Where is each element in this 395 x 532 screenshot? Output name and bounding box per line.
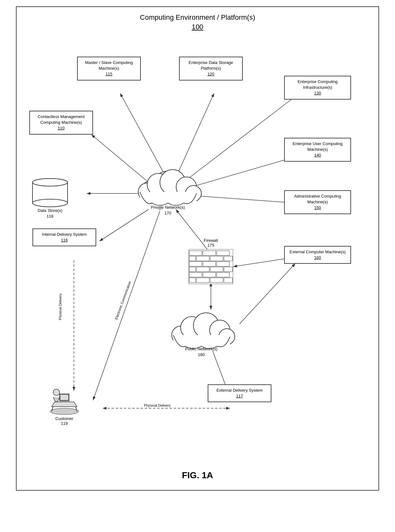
external-computer-box: External Computer Machine(s) 160 xyxy=(284,246,351,264)
internal-delivery-number: 116 xyxy=(36,237,92,243)
enterprise-storage-label: Enterprise Data StoragePlatform(s) xyxy=(189,60,233,71)
public-network-number: 180 xyxy=(198,352,205,357)
private-network-label: Private Network(s) xyxy=(151,205,185,210)
svg-point-22 xyxy=(32,199,68,207)
private-network-cloud: Private Network(s) 170 xyxy=(133,162,203,216)
svg-line-18 xyxy=(93,211,160,400)
enterprise-user-box: Enterprise User ComputingMachine(s) 140 xyxy=(284,138,351,162)
firewall-number: 175 xyxy=(207,243,214,248)
enterprise-computing-number: 130 xyxy=(288,90,347,96)
data-store: Data Store(s) 118 xyxy=(29,178,71,220)
customer: Customer 119 xyxy=(42,384,87,426)
external-computer-label: External Computer Machine(s) xyxy=(290,249,346,254)
svg-point-64 xyxy=(50,408,79,415)
electronic-communication-label: Electronic Communication xyxy=(114,281,132,320)
external-delivery-number: 117 xyxy=(212,393,268,399)
administrative-box: Administrative ComputingMachine(s) 150 xyxy=(284,190,351,214)
master-slave-label: Master / Slave ComputingMachine(s) xyxy=(85,60,133,71)
administrative-label: Administrative ComputingMachine(s) xyxy=(294,194,341,204)
contactless-number: 110 xyxy=(33,125,89,131)
firewall-label: Firewall xyxy=(204,238,218,243)
customer-label: Customer xyxy=(55,416,73,421)
physical-delivery-label-bottom: Physical Delivery xyxy=(144,403,171,407)
svg-point-71 xyxy=(53,389,60,396)
svg-line-14 xyxy=(240,263,295,324)
master-slave-box: Master / Slave ComputingMachine(s) 115 xyxy=(77,57,141,80)
administrative-number: 150 xyxy=(288,205,347,211)
svg-marker-65 xyxy=(52,402,77,407)
contactless-box: Contactless ManagementComputing Machine(… xyxy=(29,111,93,135)
enterprise-storage-number: 120 xyxy=(183,71,239,77)
private-network-number: 170 xyxy=(164,211,171,215)
diagram-title: Computing Environment / Platform(s) xyxy=(23,13,372,22)
data-store-number: 118 xyxy=(47,214,54,219)
svg-rect-69 xyxy=(60,395,68,400)
external-delivery-box: External Delivery System 117 xyxy=(208,384,271,402)
physical-delivery-label-left: Physical Delivery xyxy=(58,293,62,320)
internal-delivery-box: Internal Delivery System 116 xyxy=(32,228,96,246)
master-slave-number: 115 xyxy=(81,71,137,77)
svg-rect-36 xyxy=(189,249,233,284)
internal-delivery-label: Internal Delivery System xyxy=(42,232,87,237)
contactless-label: Contactless ManagementComputing Machine(… xyxy=(38,114,84,125)
firewall: Firewall 175 xyxy=(185,238,236,285)
data-store-label: Data Store(s) xyxy=(38,208,62,213)
enterprise-computing-box: Enterprise ComputingInfrastructure(s) 13… xyxy=(284,76,351,100)
enterprise-user-label: Enterprise User ComputingMachine(s) xyxy=(293,141,343,152)
external-delivery-label: External Delivery System xyxy=(216,388,262,393)
customer-number: 119 xyxy=(61,421,68,426)
fig-label: FIG. 1A xyxy=(23,470,372,480)
svg-point-23 xyxy=(32,178,68,186)
page-wrapper: Computing Environment / Platform(s) 100 xyxy=(16,6,379,491)
enterprise-user-number: 140 xyxy=(288,152,347,158)
diagram-number: 100 xyxy=(23,23,372,31)
enterprise-storage-box: Enterprise Data StoragePlatform(s) 120 xyxy=(179,57,243,80)
enterprise-computing-label: Enterprise ComputingInfrastructure(s) xyxy=(298,79,338,90)
public-network-cloud: Public Network(s) 180 xyxy=(166,305,236,358)
external-computer-number: 160 xyxy=(288,255,347,261)
svg-rect-70 xyxy=(63,401,66,402)
public-network-label: Public Network(s) xyxy=(185,346,218,351)
diagram-area: Master / Slave ComputingMachine(s) 115 E… xyxy=(23,38,372,467)
